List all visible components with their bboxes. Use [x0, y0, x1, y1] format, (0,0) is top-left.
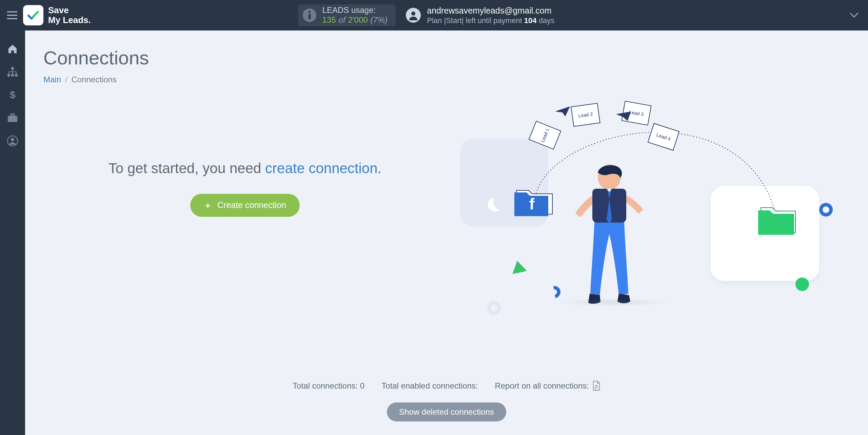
- leads-of: of: [339, 15, 346, 25]
- svg-rect-8: [8, 116, 17, 122]
- plan-days: 104: [524, 16, 537, 25]
- info-icon: [303, 8, 316, 22]
- decor-arc-blue: [546, 284, 563, 301]
- hero-text: To get started, you need create connecti…: [108, 159, 382, 178]
- hero-text-after: .: [378, 160, 382, 176]
- paper-plane-icon: [555, 106, 570, 117]
- lead-paper-4-label: Lead 4: [656, 132, 671, 142]
- leads-arc: [525, 101, 782, 227]
- create-connection-label: Create connection: [217, 200, 286, 210]
- hero-text-link[interactable]: create connection: [265, 160, 378, 176]
- decor-triangle: [510, 259, 527, 274]
- brand-line2: My Leads.: [48, 15, 91, 25]
- brand-name: Save My Leads.: [48, 5, 91, 25]
- lead-paper-2: Lead 2: [571, 103, 600, 127]
- leads-percent: (7%): [371, 15, 388, 25]
- document-icon[interactable]: [592, 381, 600, 391]
- leads-total: 2'000: [348, 15, 368, 25]
- lead-paper-3-label: Lead 3: [629, 109, 644, 117]
- decor-circle-green: [795, 277, 809, 291]
- breadcrumb-main-link[interactable]: Main: [43, 75, 61, 84]
- decor-ring-blue: [819, 203, 833, 216]
- plan-suffix: days: [537, 16, 555, 25]
- lead-paper-2-label: Lead 2: [578, 111, 593, 119]
- svg-rect-4: [7, 74, 10, 77]
- enabled-connections-label: Total enabled connections:: [381, 381, 478, 391]
- destination-folder-icon: [758, 203, 799, 237]
- logo[interactable]: [23, 5, 43, 25]
- user-text: andrewsavemyleads@gmail.com Plan |Start|…: [427, 5, 554, 25]
- illus-shadow: [555, 298, 670, 307]
- hero-illustration: f Lead 1 Lead 2 Lead 3 Lead 4: [447, 98, 850, 315]
- breadcrumb-separator: /: [65, 75, 67, 84]
- svg-rect-1: [309, 14, 311, 19]
- user-circle-icon: [7, 136, 18, 146]
- dollar-icon: $: [9, 89, 16, 101]
- breadcrumb-current: Connections: [72, 75, 117, 84]
- paper-plane-icon-2: [616, 111, 631, 122]
- leads-usage-numbers: 135 of 2'000 (7%): [322, 15, 388, 25]
- user-menu-toggle[interactable]: [762, 13, 859, 18]
- sidebar: $: [0, 30, 25, 435]
- main-content: Connections Main / Connections To get st…: [25, 30, 868, 435]
- leads-usage-label: LEADS usage:: [322, 5, 388, 15]
- sidebar-item-connections[interactable]: [5, 66, 20, 77]
- topbar: Save My Leads. LEADS usage: 135 of 2'000…: [0, 0, 868, 30]
- svg-point-0: [309, 11, 311, 13]
- stats-row: Total connections: 0 Total enabled conne…: [43, 381, 850, 391]
- user-plan: Plan |Start| left until payment 104 days: [427, 16, 554, 25]
- total-connections-value: 0: [360, 381, 364, 390]
- user-icon: [408, 10, 418, 20]
- avatar: [406, 8, 421, 23]
- hero-row: To get started, you need create connecti…: [43, 98, 850, 374]
- svg-rect-6: [15, 74, 18, 77]
- svg-text:$: $: [10, 89, 16, 100]
- plus-icon: ＋: [204, 200, 212, 211]
- chevron-down-icon: [850, 13, 859, 18]
- sidebar-item-home[interactable]: [5, 43, 20, 54]
- user-email: andrewsavemyleads@gmail.com: [427, 5, 554, 16]
- sitemap-icon: [7, 67, 18, 77]
- total-connections: Total connections: 0: [293, 381, 364, 391]
- plan-prefix: Plan |Start| left until payment: [427, 16, 524, 25]
- checkmark-icon: [26, 8, 40, 22]
- sidebar-item-profile[interactable]: [5, 136, 20, 146]
- hero-text-before: To get started, you need: [108, 160, 265, 176]
- svg-text:f: f: [529, 195, 535, 213]
- report-connections-label: Report on all connections:: [495, 381, 589, 391]
- lead-paper-1-label: Lead 1: [540, 127, 550, 143]
- leads-stats: LEADS usage: 135 of 2'000 (7%): [322, 5, 388, 25]
- hamburger-icon: [7, 11, 17, 19]
- facebook-folder-icon: f: [514, 184, 555, 218]
- breadcrumb: Main / Connections: [43, 75, 850, 84]
- sidebar-item-billing[interactable]: $: [5, 89, 20, 100]
- hamburger-menu-button[interactable]: [5, 8, 20, 23]
- svg-point-2: [411, 12, 415, 16]
- report-connections: Report on all connections:: [495, 381, 600, 391]
- hero-left: To get started, you need create connecti…: [43, 98, 447, 217]
- svg-rect-3: [11, 67, 14, 70]
- person-illustration: [575, 162, 643, 308]
- svg-point-11: [11, 138, 14, 141]
- user-block[interactable]: andrewsavemyleads@gmail.com Plan |Start|…: [406, 5, 554, 25]
- leads-usage-widget[interactable]: LEADS usage: 135 of 2'000 (7%): [298, 4, 396, 26]
- leads-used: 135: [322, 15, 336, 25]
- svg-rect-5: [11, 74, 14, 77]
- total-connections-label: Total connections:: [293, 381, 360, 390]
- decor-ring-white: [487, 301, 501, 315]
- sidebar-item-briefcase[interactable]: [5, 112, 20, 123]
- moon-icon: [484, 196, 501, 213]
- briefcase-icon: [7, 113, 18, 123]
- home-icon: [7, 44, 18, 54]
- create-connection-button[interactable]: ＋ Create connection: [190, 194, 300, 217]
- svg-rect-9: [11, 114, 14, 116]
- page-title: Connections: [43, 47, 850, 69]
- brand-line1: Save: [48, 5, 91, 15]
- show-deleted-button[interactable]: Show deleted connections: [387, 402, 506, 421]
